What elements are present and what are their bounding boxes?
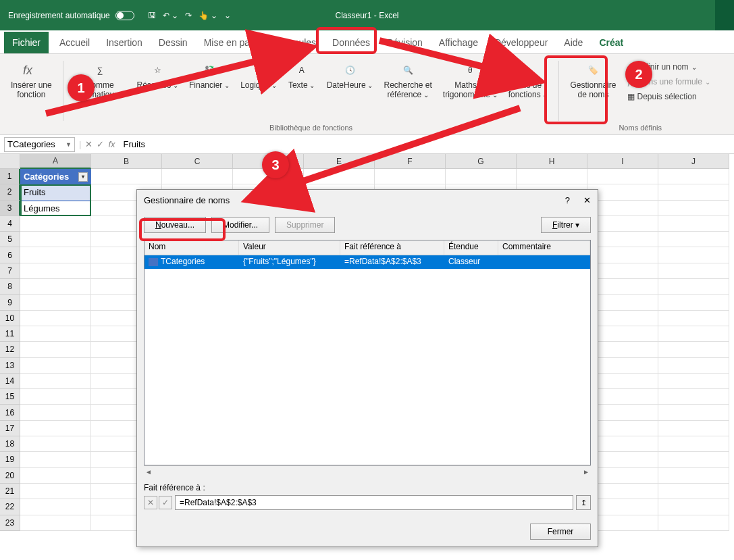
row-header[interactable]: 13 <box>0 358 20 374</box>
undo-icon[interactable]: ↶ ⌄ <box>163 11 178 20</box>
math-button[interactable]: θMaths et trigonométrie <box>440 58 500 101</box>
cell[interactable] <box>658 484 729 499</box>
formula-input[interactable]: Fruits <box>120 139 730 149</box>
cell[interactable] <box>20 279 91 295</box>
cell[interactable] <box>658 201 729 216</box>
filter-button[interactable]: Filtrer ▾ <box>541 217 591 233</box>
cell[interactable] <box>20 405 91 420</box>
tab-developer[interactable]: Développeur <box>486 32 556 53</box>
fx-icon[interactable]: fx <box>108 139 115 149</box>
cell[interactable] <box>304 169 375 184</box>
cell[interactable] <box>587 169 658 184</box>
cell[interactable] <box>20 421 91 436</box>
cell[interactable] <box>20 515 91 531</box>
filter-icon[interactable]: ▾ <box>78 172 88 182</box>
cell[interactable] <box>20 389 91 405</box>
col-header-b[interactable]: B <box>91 154 162 169</box>
financial-button[interactable]: 💱Financier <box>186 58 232 92</box>
col-header-h[interactable]: H <box>517 154 587 169</box>
row-header[interactable]: 9 <box>0 295 20 310</box>
cell[interactable]: Catégories▾ <box>20 169 91 184</box>
cell[interactable] <box>20 374 91 389</box>
toggle-icon[interactable] <box>115 11 134 20</box>
cell[interactable] <box>658 358 729 374</box>
cell[interactable] <box>658 279 729 295</box>
row-header[interactable]: 23 <box>0 515 20 531</box>
cell[interactable] <box>658 499 729 515</box>
row-header[interactable]: 20 <box>0 468 20 484</box>
cell[interactable] <box>658 389 729 405</box>
from-selection-button[interactable]: ▦Depuis sélection <box>625 91 713 103</box>
tab-file[interactable]: Fichier <box>4 32 49 53</box>
row-header[interactable]: 11 <box>0 326 20 342</box>
cell[interactable] <box>20 468 91 484</box>
cell[interactable] <box>20 358 91 374</box>
cell[interactable] <box>658 452 729 467</box>
col-comment[interactable]: Commentaire <box>498 240 590 255</box>
list-row[interactable]: TCategories {"Fruits";"Légumes"} =RefDat… <box>145 255 590 269</box>
name-manager-button[interactable]: 🏷️Gestionnaire de noms <box>567 58 619 101</box>
logical-button[interactable]: ?Logique <box>238 58 280 92</box>
cell[interactable]: Fruits <box>20 184 91 200</box>
cell[interactable] <box>658 232 729 247</box>
cancel-icon[interactable]: ✕ <box>85 139 93 149</box>
row-header[interactable]: 2 <box>0 184 20 200</box>
qa-dropdown-icon[interactable]: ⌄ <box>224 11 231 20</box>
row-header[interactable]: 17 <box>0 421 20 436</box>
cell[interactable] <box>658 515 729 531</box>
row-header[interactable]: 1 <box>0 169 20 184</box>
cell[interactable] <box>20 326 91 342</box>
row-header[interactable]: 6 <box>0 247 20 263</box>
row-header[interactable]: 7 <box>0 263 20 279</box>
cell[interactable] <box>658 311 729 326</box>
tab-view[interactable]: Affichage <box>431 32 486 53</box>
cell[interactable] <box>20 311 91 326</box>
col-header-c[interactable]: C <box>162 154 233 169</box>
row-header[interactable]: 19 <box>0 452 20 467</box>
row-header[interactable]: 22 <box>0 499 20 515</box>
tab-review[interactable]: Révision <box>378 32 431 53</box>
row-header[interactable]: 18 <box>0 436 20 452</box>
col-header-i[interactable]: I <box>587 154 658 169</box>
cell[interactable]: Légumes <box>20 201 91 216</box>
tab-help[interactable]: Aide <box>556 32 591 53</box>
redo-icon[interactable]: ↷ <box>185 11 192 20</box>
cell[interactable] <box>658 263 729 279</box>
cell[interactable] <box>91 169 162 184</box>
cell[interactable] <box>20 499 91 515</box>
cell[interactable] <box>446 169 517 184</box>
new-button[interactable]: Nouveau... <box>144 217 206 233</box>
window-control[interactable] <box>715 0 734 30</box>
col-header-j[interactable]: J <box>658 154 729 169</box>
col-header-a[interactable]: A <box>20 154 91 169</box>
cell[interactable] <box>658 405 729 420</box>
cell[interactable] <box>20 232 91 247</box>
cell[interactable] <box>658 342 729 357</box>
cell[interactable] <box>162 169 233 184</box>
cell[interactable] <box>20 263 91 279</box>
col-header-g[interactable]: G <box>446 154 517 169</box>
reference-input[interactable] <box>175 495 573 510</box>
row-header[interactable]: 10 <box>0 311 20 326</box>
enter-icon[interactable]: ✓ <box>97 139 104 149</box>
recent-button[interactable]: ☆Récentes <box>134 58 181 92</box>
cell[interactable] <box>658 326 729 342</box>
range-picker-icon[interactable]: ↥ <box>576 495 591 510</box>
cell[interactable] <box>658 247 729 263</box>
col-header-e[interactable]: E <box>304 154 375 169</box>
autosave-toggle[interactable]: Enregistrement automatique <box>8 11 134 20</box>
row-header[interactable]: 12 <box>0 342 20 357</box>
row-header[interactable]: 4 <box>0 216 20 232</box>
ref-confirm-icon[interactable]: ✓ <box>159 496 172 509</box>
lookup-button[interactable]: 🔍Recherche et référence <box>381 58 434 101</box>
col-valeur[interactable]: Valeur <box>239 240 340 255</box>
col-reference[interactable]: Fait référence à <box>340 240 444 255</box>
cell[interactable] <box>658 436 729 452</box>
cell[interactable] <box>658 374 729 389</box>
datetime-button[interactable]: 🕓DateHeure <box>324 58 376 92</box>
cell[interactable] <box>20 436 91 452</box>
cell[interactable] <box>658 421 729 436</box>
row-header[interactable]: 8 <box>0 279 20 295</box>
col-header-f[interactable]: F <box>375 154 446 169</box>
close-icon[interactable]: ✕ <box>583 195 591 205</box>
